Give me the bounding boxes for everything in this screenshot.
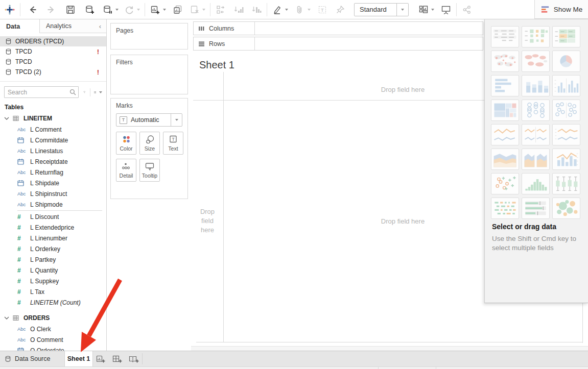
showme-area-discrete[interactable] [522,149,550,170]
sort-ascending-button[interactable] [232,3,245,16]
group-members-caret[interactable] [308,9,311,11]
showme-symbol-map[interactable] [491,51,519,72]
field-item[interactable]: #L Linenumber [0,233,106,243]
showme-dual-combination[interactable] [552,149,580,170]
mark-type-caret[interactable] [171,114,182,126]
sort-descending-button[interactable] [250,3,263,16]
new-worksheet-button[interactable] [149,3,162,16]
table-header-orders[interactable]: ORDERS [0,312,106,324]
showme-side-by-side-circles[interactable] [552,100,580,121]
showme-lines-discrete[interactable] [522,124,550,145]
clear-sheet-caret[interactable] [202,9,205,11]
field-item[interactable]: AbcL Shipmode [0,199,106,210]
showme-filled-map[interactable] [522,51,550,72]
field-item[interactable]: #L Partkey [0,254,106,265]
new-dashboard-button[interactable] [109,351,126,366]
showme-stacked-bars[interactable] [522,75,550,96]
presentation-mode-button[interactable] [439,3,453,16]
showme-packed-bubbles[interactable] [552,198,580,219]
showme-area-continuous[interactable] [491,149,519,170]
field-item[interactable]: #L Orderkey [0,243,106,254]
swap-rows-columns-button[interactable] [214,3,227,16]
showme-heat-map[interactable] [522,26,550,47]
field-item[interactable]: AbcO Clerk [0,324,106,334]
duplicate-sheet-button[interactable] [171,3,184,16]
fit-selector-caret[interactable] [396,4,408,16]
new-worksheet-tab-button[interactable] [93,351,109,366]
field-item[interactable]: AbcO Comment [0,334,106,345]
data-source-item[interactable]: TPCD (2)! [0,67,106,77]
new-data-source-button[interactable] [83,3,97,16]
field-item[interactable]: L Receiptdate [0,156,106,167]
show-hide-cards-caret[interactable] [431,9,434,11]
showme-pie-chart[interactable] [552,51,580,72]
data-source-item[interactable]: TPCD! [0,46,106,57]
field-item[interactable]: #L Tax [0,286,106,297]
showme-circle-views[interactable] [522,100,550,121]
columns-shelf[interactable]: Columns [193,21,483,35]
drop-hint-rows[interactable]: Drop field here [194,207,221,235]
redo-button[interactable] [44,3,58,16]
save-button[interactable] [64,3,77,16]
group-members-button[interactable] [293,3,307,16]
field-item[interactable]: #L Quantity [0,265,106,276]
view-options-icon[interactable] [94,89,96,95]
new-worksheet-caret[interactable] [163,9,166,11]
data-source-item[interactable]: ORDERS (TPCD) [0,36,106,46]
field-item[interactable]: AbcL Linestatus [0,145,106,156]
tab-analytics[interactable]: Analytics [40,19,94,33]
showme-lines-continuous[interactable] [491,124,519,145]
data-source-tab[interactable]: Data Source [0,351,65,366]
filter-fields-icon[interactable] [83,88,86,96]
showme-highlight-table[interactable] [552,26,580,47]
collapse-pane-icon[interactable]: ‹ [94,19,106,33]
view-options-caret[interactable] [99,91,102,93]
pages-shelf[interactable]: Pages [110,23,188,50]
mark-type-dropdown[interactable]: T Automatic [116,113,182,127]
field-item[interactable]: L Shipdate [0,178,106,188]
fit-selector[interactable]: Standard [354,3,409,16]
showme-text-table[interactable] [491,26,519,47]
filters-shelf[interactable]: Filters [110,55,188,94]
showme-scatter-plot[interactable] [491,173,519,194]
show-mark-labels-button[interactable]: T [316,3,329,16]
showme-horizontal-bars[interactable] [491,75,519,96]
share-button[interactable] [460,3,474,16]
showme-bullet-graph[interactable] [522,198,550,219]
showme-treemap[interactable] [491,100,519,121]
field-item[interactable]: #L Suppkey [0,276,106,286]
field-item[interactable]: L Commitdate [0,135,106,145]
show-me-button[interactable]: Show Me [534,0,588,19]
run-auto-updates-button[interactable] [123,3,136,16]
sheet-1-tab[interactable]: Sheet 1 [65,351,93,366]
showme-box-and-whisker[interactable] [552,173,580,194]
undo-button[interactable] [26,3,39,16]
field-item[interactable]: #LINEITEM (Count) [0,297,106,308]
tab-data[interactable]: Data [0,19,40,33]
pause-auto-updates-button[interactable] [101,3,114,16]
table-header-lineitem[interactable]: LINEITEM [0,113,106,124]
field-item[interactable]: #L Extendedprice [0,222,106,233]
field-item[interactable]: AbcL Comment [0,124,106,135]
clear-sheet-button[interactable] [188,3,201,16]
showme-side-by-side-bars[interactable] [552,75,580,96]
detail-button[interactable]: Detail [116,159,136,182]
field-item[interactable]: AbcL Shipinstruct [0,188,106,199]
field-item[interactable]: #L Discount [0,211,106,222]
color-button[interactable]: Color [116,132,136,155]
field-item[interactable]: AbcL Returnflag [0,167,106,178]
search-input[interactable] [4,86,79,98]
rows-shelf[interactable]: Rows [193,37,483,51]
showme-gantt[interactable] [491,198,519,219]
highlight-caret[interactable] [285,9,288,11]
pause-auto-updates-caret[interactable] [115,9,119,11]
tooltip-button[interactable]: Tooltip [139,159,160,182]
showme-line-chart[interactable] [552,124,580,145]
new-story-button[interactable] [126,351,142,366]
run-auto-updates-caret[interactable] [137,9,140,11]
data-source-item[interactable]: TPCD [0,57,106,67]
fix-axes-pin-button[interactable] [334,3,347,16]
highlight-button[interactable] [271,3,284,16]
text-button[interactable]: T Text [163,132,183,155]
field-item[interactable]: O Orderdate [0,345,106,351]
